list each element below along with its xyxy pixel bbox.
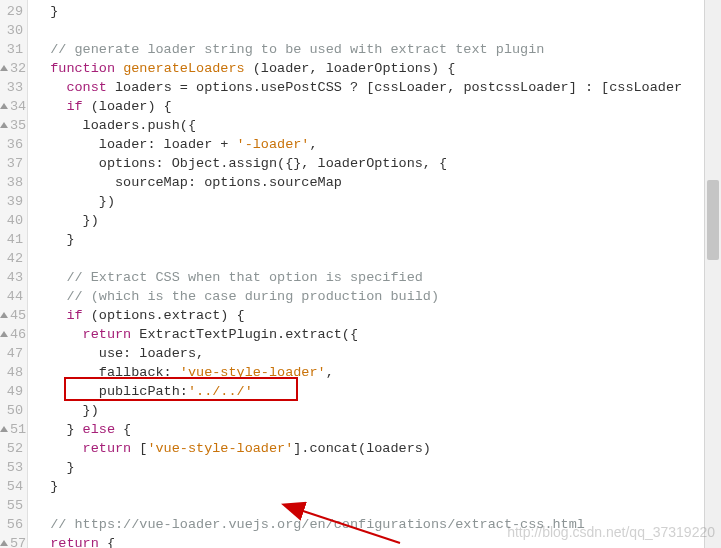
line-number: 48	[0, 363, 23, 382]
code-line: })	[34, 211, 682, 230]
line-number: 44	[0, 287, 23, 306]
code-line: const loaders = options.usePostCSS ? [cs…	[34, 78, 682, 97]
line-number: 31	[0, 40, 23, 59]
line-number: 53	[0, 458, 23, 477]
code-line: fallback: 'vue-style-loader',	[34, 363, 682, 382]
line-number: 32	[0, 59, 23, 78]
line-number: 51	[0, 420, 23, 439]
line-number: 57	[0, 534, 23, 548]
code-line: // (which is the case during production …	[34, 287, 682, 306]
line-number-gutter: 2930313233343536373839404142434445464748…	[0, 0, 28, 548]
vertical-scrollbar[interactable]	[704, 0, 721, 548]
watermark-text: http://blog.csdn.net/qq_37319220	[507, 524, 715, 540]
line-number: 50	[0, 401, 23, 420]
code-line: use: loaders,	[34, 344, 682, 363]
code-line: sourceMap: options.sourceMap	[34, 173, 682, 192]
line-number: 40	[0, 211, 23, 230]
code-line: if (loader) {	[34, 97, 682, 116]
scrollbar-thumb[interactable]	[707, 180, 719, 260]
code-line	[34, 21, 682, 40]
line-number: 43	[0, 268, 23, 287]
code-line: })	[34, 401, 682, 420]
code-line: }	[34, 230, 682, 249]
code-line: if (options.extract) {	[34, 306, 682, 325]
line-number: 36	[0, 135, 23, 154]
line-number: 45	[0, 306, 23, 325]
code-line: // Extract CSS when that option is speci…	[34, 268, 682, 287]
line-number: 47	[0, 344, 23, 363]
line-number: 46	[0, 325, 23, 344]
line-number: 55	[0, 496, 23, 515]
code-line	[34, 496, 682, 515]
line-number: 41	[0, 230, 23, 249]
code-line	[34, 249, 682, 268]
line-number: 56	[0, 515, 23, 534]
code-line: }	[34, 458, 682, 477]
line-number: 33	[0, 78, 23, 97]
code-line: })	[34, 192, 682, 211]
code-line: function generateLoaders (loader, loader…	[34, 59, 682, 78]
line-number: 49	[0, 382, 23, 401]
line-number: 29	[0, 2, 23, 21]
line-number: 42	[0, 249, 23, 268]
line-number: 38	[0, 173, 23, 192]
line-number: 39	[0, 192, 23, 211]
code-area: } // generate loader string to be used w…	[34, 2, 682, 548]
code-line: return ExtractTextPlugin.extract({	[34, 325, 682, 344]
code-line: // generate loader string to be used wit…	[34, 40, 682, 59]
code-line: options: Object.assign({}, loaderOptions…	[34, 154, 682, 173]
line-number: 37	[0, 154, 23, 173]
line-number: 35	[0, 116, 23, 135]
code-line: loader: loader + '-loader',	[34, 135, 682, 154]
line-number: 30	[0, 21, 23, 40]
code-line: return ['vue-style-loader'].concat(loade…	[34, 439, 682, 458]
code-line: } else {	[34, 420, 682, 439]
line-number: 52	[0, 439, 23, 458]
line-number: 54	[0, 477, 23, 496]
code-line: loaders.push({	[34, 116, 682, 135]
line-number: 34	[0, 97, 23, 116]
code-line: }	[34, 477, 682, 496]
code-line: }	[34, 2, 682, 21]
code-line: publicPath:'../../'	[34, 382, 682, 401]
